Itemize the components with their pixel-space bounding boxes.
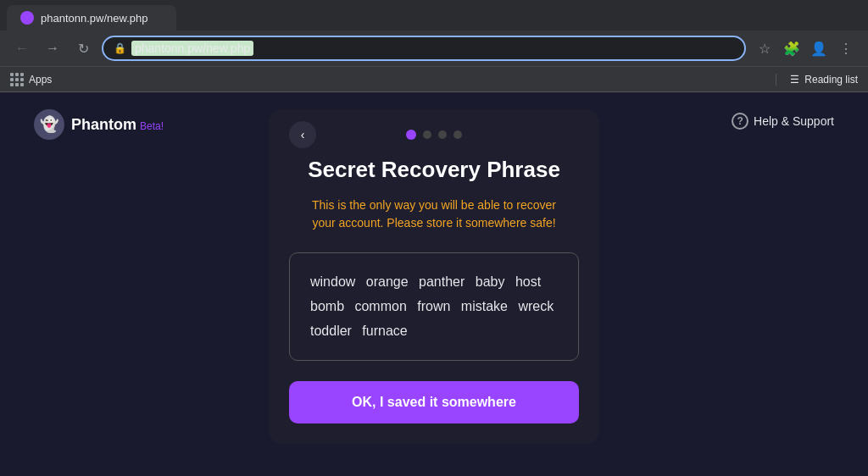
progress-dots [406,130,462,140]
browser-chrome: phantonn.pw/new.php ← → ↻ 🔒 phantonn.pw/… [0,0,868,92]
dot-4 [453,130,462,139]
dot-1 [406,130,416,140]
reload-button[interactable]: ↻ [71,36,95,60]
reading-list-button[interactable]: ☰ Reading list [776,74,858,86]
lock-icon: 🔒 [114,42,126,54]
extensions-button[interactable]: 🧩 [780,36,804,60]
card-warning: This is the only way you will be able to… [289,196,579,232]
recovery-phrase: window orange panther baby hostbomb comm… [310,274,554,338]
tab-title: phantonn.pw/new.php [41,12,148,25]
tab-favicon [20,11,34,25]
toolbar-right: ☆ 🧩 👤 ⋮ [753,36,858,60]
dot-2 [423,130,431,139]
star-icon: ☆ [759,41,771,57]
bookmarks-bar: Apps ☰ Reading list [0,66,868,91]
ok-saved-button[interactable]: OK, I saved it somewhere [289,381,579,423]
phantom-name: Phantom [71,116,136,133]
card-back-button[interactable]: ‹ [289,121,316,148]
phrase-box: window orange panther baby hostbomb comm… [289,252,579,361]
apps-button[interactable]: Apps [10,73,52,86]
puzzle-icon: 🧩 [783,41,800,57]
profile-button[interactable]: 👤 [807,36,831,60]
card-title: Secret Recovery Phrase [289,157,579,183]
phantom-beta: Beta! [140,120,164,132]
apps-label: Apps [29,74,52,86]
person-icon: 👤 [810,41,827,57]
active-tab[interactable]: phantonn.pw/new.php [7,5,176,30]
toolbar: ← → ↻ 🔒 phantonn.pw/new.php ☆ 🧩 👤 ⋮ [0,30,868,66]
page-content: 👻 PhantomBeta! ? Help & Support ‹ Secret… [0,92,868,476]
address-bar[interactable]: 🔒 phantonn.pw/new.php [102,36,746,61]
back-icon: ← [15,41,29,56]
help-support-button[interactable]: ? Help & Support [732,113,834,130]
apps-grid-icon [10,73,24,86]
chevron-left-icon: ‹ [301,128,305,141]
phantom-avatar: 👻 [34,109,64,140]
phantom-logo: 👻 PhantomBeta! [34,109,164,140]
forward-button[interactable]: → [41,36,64,60]
reading-list-icon: ☰ [790,74,799,86]
help-icon: ? [732,113,748,130]
tab-bar: phantonn.pw/new.php [0,0,868,30]
help-label: Help & Support [754,114,834,128]
reload-icon: ↻ [78,41,89,57]
menu-button[interactable]: ⋮ [834,36,858,60]
bookmark-button[interactable]: ☆ [753,36,776,60]
dot-3 [438,130,447,139]
dots-icon: ⋮ [839,41,853,57]
card-nav: ‹ [289,130,579,140]
recovery-phrase-card: ‹ Secret Recovery Phrase This is the onl… [269,109,599,444]
back-button[interactable]: ← [10,36,34,60]
forward-icon: → [46,41,59,56]
reading-list-label: Reading list [804,74,858,86]
url-text: phantonn.pw/new.php [131,41,253,56]
